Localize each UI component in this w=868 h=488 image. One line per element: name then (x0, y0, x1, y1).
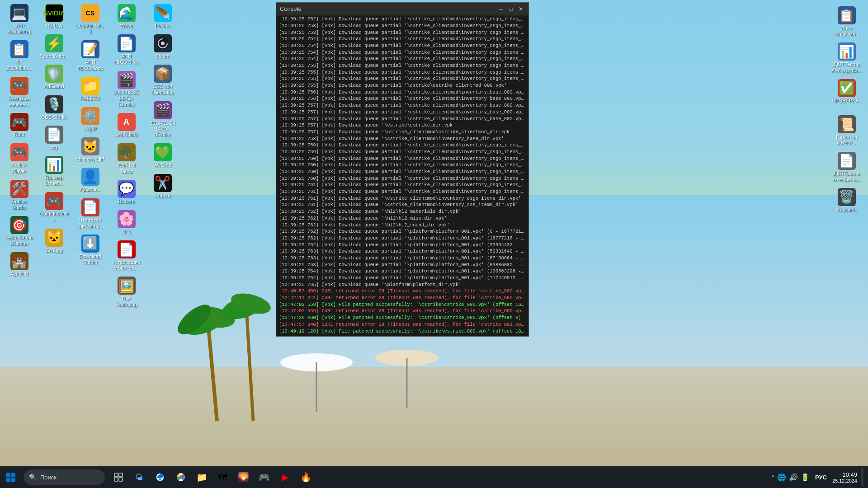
speedauto-icon[interactable]: ⚡ SpeedAuto... (37, 33, 71, 61)
capcut-icon[interactable]: ✂️ Capcut (146, 172, 179, 201)
network-tray-icon[interactable]: 🌐 (777, 473, 786, 482)
clock-area[interactable]: 10:49 25.12.2024 (832, 471, 857, 483)
roblox-player-icon[interactable]: 🎮 Roblox Player (2, 141, 36, 176)
amazing-icon[interactable]: A AMAZING (109, 111, 143, 140)
widgets-button[interactable]: 🌤 (129, 467, 149, 487)
search-icon: 🔍 (29, 474, 37, 481)
start-button[interactable] (0, 466, 22, 488)
example-report-icon[interactable]: 📊 Пример Отчет... (37, 154, 71, 188)
console-line: [10:39:25 758] [Vpk] Download queue '\cs… (279, 136, 526, 142)
discord-icon[interactable]: 💬 Discord (109, 178, 143, 206)
feishu-icon[interactable]: 🪶 Feishu (146, 2, 179, 31)
css-clientmod-icon[interactable]: 📦 CSS v34 ClientMod (146, 63, 179, 97)
desktop-col-1: 💻 Этот компьютер 📋 КІТ ZOOMLO... 🎮 Rust … (2, 2, 36, 279)
close-button[interactable]: ✕ (517, 5, 525, 13)
chrome-button[interactable] (171, 467, 191, 487)
gameinst-icon[interactable]: 🎮 GameInstaller (37, 190, 71, 225)
svg-rect-17 (6, 478, 10, 482)
right-col-icons: 📋 Лист ознакомл... 📊 ДКП Тьсо и А+А в ру… (830, 5, 863, 215)
console-line: [10:39:25 759] [Vpk] Download queue part… (279, 142, 526, 149)
ajdamir-icon[interactable]: 👤 Ajdamir... (73, 166, 107, 194)
console-line: [10:39:25 757] [Vpk] Download queue '\cs… (279, 122, 526, 129)
wechat-icon[interactable]: 💚 WeChat (146, 141, 179, 170)
the-rush-icon[interactable]: 🖼️ The-Rush.png (109, 275, 143, 309)
wave-icon[interactable]: 🌊 Wave (109, 2, 143, 31)
video-2024-icon[interactable]: 🎬 2024-08-25 20-53-51.mkv (109, 69, 143, 110)
show-desktop-button[interactable] (861, 468, 863, 486)
console-line: [10:47:57 340] CURL returned error 28 (T… (279, 321, 526, 328)
ustare-slova-icon[interactable]: 📄 Устаревшие слова сло... (109, 239, 143, 273)
console-body[interactable]: [10:39:25 750] [Vpk] Download queue part… (276, 15, 528, 336)
check-icon-desktop[interactable]: ✅ ПРОВЕРКА... (830, 77, 863, 112)
console-line: [10:39:25 762] [Vpk] Download queue part… (279, 235, 526, 242)
world-of-tanks-icon[interactable]: 🪖 World of Tanks (109, 141, 143, 176)
nvidia-icon[interactable]: NVIDIA NVIDIA (37, 2, 71, 31)
svg-rect-21 (114, 478, 118, 481)
obs-studio-icon[interactable]: 🎙️ OBS Studio (37, 94, 71, 122)
rust-no-cheat-icon[interactable]: 🎮 Rust (Без начине... (2, 75, 36, 109)
console-line: [10:39:25 755] [Vpk] Download queue part… (279, 82, 526, 89)
taskbar-search[interactable]: 🔍 Поиск (24, 469, 105, 485)
maps-button[interactable]: 🗺 (212, 467, 232, 487)
jsjplit-icon[interactable]: ⚙️ JSjplit (73, 105, 107, 134)
console-line: [10:39:25 757] [Vpk] Download queue '\cs… (279, 129, 526, 136)
tray-icons: ^ 🌐 🔊 🔋 (772, 473, 810, 482)
console-line: [10:39:25 753] [Vpk] Download queue part… (279, 29, 526, 36)
lesta-game-icon[interactable]: 🎯 Lesta Game SCenter (2, 214, 36, 249)
ulta-icon[interactable]: 🌸 Ulta (109, 208, 143, 237)
desktop-col-5: 🪶 Feishu Steam 📦 CSS v34 ClientMod 🎬 202… (146, 2, 179, 201)
steam-icon[interactable]: Steam (146, 33, 179, 61)
rust-icon[interactable]: 🎮 Rust (2, 111, 36, 140)
dkp-aa-icon[interactable]: 📄 ДКП Тьсо и А+А без н... (830, 150, 863, 184)
alpt-icon[interactable]: 📝 АПП ТБСО.docx (73, 38, 107, 73)
desktop-col-2: NVIDIA NVIDIA ⚡ SpeedAuto... 🛡️ AdGuard … (37, 2, 71, 255)
console-line: [10:39:25 757] [Vpk] Download queue part… (279, 109, 526, 116)
cat-jpg-icon[interactable]: 🐱 CAT.jpg (37, 227, 71, 255)
task-view-icon (114, 473, 123, 482)
svg-rect-18 (11, 478, 15, 482)
maximize-button[interactable]: □ (507, 5, 515, 13)
chimonya-icon[interactable]: 🐱 chimonya.jiff (73, 136, 107, 164)
task-view-button[interactable] (108, 467, 128, 487)
list-icon-desktop[interactable]: 📋 Лист ознакомл... (830, 5, 863, 39)
console-line: [10:39:25 761] [Vpk] Download queue '\cs… (279, 202, 526, 208)
console-line: [10:47:02 559] [Vpk] File patched succes… (279, 301, 526, 308)
console-line: [10:39:25 760] [Vpk] Download queue part… (279, 155, 526, 162)
console-line: [10:39:25 765] [Vpk] Download queue '\pl… (279, 282, 526, 288)
age2hd-icon[interactable]: 🏰 Age2HD (2, 250, 36, 279)
console-line: [10:39:25 763] [Vpk] Download queue part… (279, 255, 526, 262)
file-explorer-button[interactable]: 📁 (192, 467, 212, 487)
warranty-icon[interactable]: 📜 Гарантия качест... (830, 113, 863, 148)
console-line: [10:39:25 762] [Vpk] Download queue '\hl… (279, 215, 526, 222)
dkp-tyco-icon[interactable]: 📊 ДКП Тьсо и А+А в руби... (830, 41, 863, 75)
video-2024b-icon[interactable]: 🎬 2024-02-24 14-03-05.mkv (146, 99, 179, 140)
show-hidden-icon[interactable]: ^ (772, 474, 774, 480)
battery-tray-icon[interactable]: 🔋 (801, 473, 810, 482)
this-pc-icon[interactable]: 💻 Этот компьютер (2, 2, 36, 37)
trash-icon[interactable]: 🗑️ Корзина (830, 186, 863, 215)
svg-rect-20 (119, 473, 123, 477)
desktop-col-4: 🌊 Wave 📄 АПП ТБСО.docx 🎬 2024-08-25 20-5… (109, 2, 143, 310)
mail-button[interactable]: 🌄 (233, 467, 253, 487)
svg-point-14 (161, 42, 165, 45)
counter-strike-icon[interactable]: CS Counter-Str... 2 (73, 2, 107, 37)
language-indicator[interactable]: РУС (815, 474, 827, 481)
what-origami-icon[interactable]: 📄 Что такое оригами-р... (73, 197, 107, 231)
work-icon[interactable]: 📁 РАБОТА (73, 75, 107, 103)
steam-tb-button[interactable]: 🎮 (254, 467, 274, 487)
youtube-button[interactable]: ▶ (275, 467, 295, 487)
clock-time: 10:49 (842, 471, 857, 478)
alpt2-docx-icon[interactable]: 📄 АПП ТБСО.docx (109, 33, 143, 67)
download-studio-icon[interactable]: ⬇️ Download Studio (73, 233, 107, 267)
cfg-icon[interactable]: 📄 cfg (37, 124, 71, 152)
taskbar-right: ^ 🌐 🔊 🔋 РУС 10:49 25.12.2024 (767, 468, 868, 486)
kit-zoom-icon[interactable]: 📋 КІТ ZOOMLO... (2, 38, 36, 73)
sound-tray-icon[interactable]: 🔊 (789, 473, 798, 482)
minimize-button[interactable]: ─ (497, 5, 505, 13)
fire-app-button[interactable]: 🔥 (296, 467, 316, 487)
adguard-icon[interactable]: 🛡️ AdGuard (37, 63, 71, 91)
roblox-studio-icon[interactable]: 🛠️ Roblox Studio (2, 178, 36, 212)
console-line: [10:39:25 763] [Vpk] Download queue part… (279, 248, 526, 255)
edge-button[interactable] (150, 467, 170, 487)
console-line: [10:39:25 759] [Vpk] Download queue part… (279, 149, 526, 155)
